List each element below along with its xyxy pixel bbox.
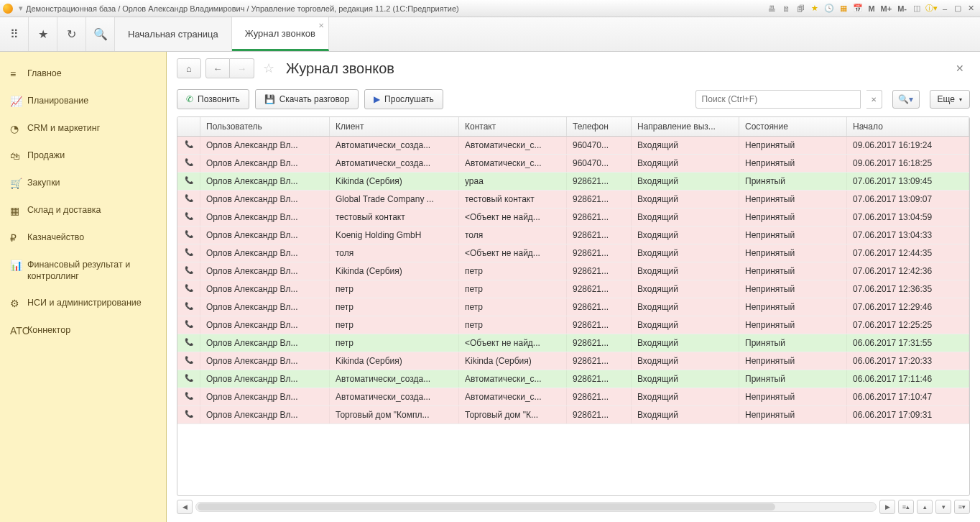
- cell-start: 09.06.2017 16:19:24: [847, 137, 969, 154]
- cell-client: Koenig Holding GmbH: [330, 226, 459, 244]
- search-field[interactable]: [702, 94, 854, 104]
- table-row[interactable]: 📞Орлов Александр Вл...Торговый дом "Комп…: [177, 406, 969, 424]
- copy-icon[interactable]: 🗐: [795, 3, 806, 14]
- lookup-button[interactable]: 🔍▾: [892, 90, 920, 109]
- call-button[interactable]: ✆ Позвонить: [177, 89, 249, 109]
- row-icon: 📞: [177, 173, 200, 190]
- search-clear-button[interactable]: ✕: [866, 90, 882, 109]
- close-button[interactable]: ✕: [964, 4, 977, 13]
- row-icon: 📞: [177, 370, 200, 388]
- col-client[interactable]: Клиент: [330, 117, 459, 136]
- cell-direction: Входящий: [632, 244, 739, 262]
- close-icon[interactable]: ✕: [318, 22, 324, 29]
- apps-icon[interactable]: ⠿: [0, 17, 29, 51]
- sidebar-item-6[interactable]: ₽Казначейство: [0, 224, 166, 252]
- tab-home[interactable]: Начальная страница: [115, 17, 232, 51]
- favorite-star-icon[interactable]: ☆: [263, 60, 277, 76]
- sidebar-item-2[interactable]: ◔CRM и маркетинг: [0, 115, 166, 142]
- cell-start: 07.06.2017 12:42:36: [847, 262, 969, 280]
- back-button[interactable]: ←: [205, 58, 230, 78]
- scroll-bottom-button[interactable]: ≡▾: [954, 500, 970, 514]
- table-row[interactable]: 📞Орлов Александр Вл...петрпетр928621...В…: [177, 298, 969, 316]
- doc-icon[interactable]: 🗎: [780, 3, 792, 14]
- hscrollbar[interactable]: [195, 502, 877, 512]
- minimize-button[interactable]: –: [938, 4, 951, 13]
- col-direction[interactable]: Направление выз...: [632, 117, 739, 136]
- cell-direction: Входящий: [632, 388, 739, 406]
- cell-direction: Входящий: [632, 137, 739, 154]
- sidebar: ≡Главное📈Планирование◔CRM и маркетинг🛍Пр…: [0, 52, 167, 522]
- sidebar-item-7[interactable]: 📊Финансовый результат и контроллинг: [0, 252, 166, 290]
- col-contact[interactable]: Контакт: [459, 117, 567, 136]
- table-row[interactable]: 📞Орлов Александр Вл...Автоматически_созд…: [177, 370, 969, 388]
- search-icon[interactable]: 🔍: [86, 17, 115, 51]
- table-row[interactable]: 📞Орлов Александр Вл...Автоматически_созд…: [177, 388, 969, 406]
- scroll-left-button[interactable]: ◀: [177, 500, 193, 514]
- history-icon[interactable]: ↻: [57, 17, 86, 51]
- calc-icon[interactable]: ▦: [838, 3, 849, 14]
- table-row[interactable]: 📞Орлов Александр Вл...петр<Объект не най…: [177, 334, 969, 352]
- cell-client: Kikinda (Сербия): [330, 262, 459, 280]
- scroll-down-button[interactable]: ▾: [935, 500, 951, 514]
- sidebar-label: Продажи: [27, 150, 65, 161]
- app-orb-icon: [3, 4, 13, 14]
- panel-icon[interactable]: ◫: [911, 3, 923, 14]
- tab-label: Журнал звонков: [245, 28, 315, 39]
- dropdown-icon[interactable]: ▾: [19, 4, 23, 13]
- sidebar-item-4[interactable]: 🛒Закупки: [0, 170, 166, 197]
- cell-direction: Входящий: [632, 370, 739, 388]
- row-icon: 📞: [177, 388, 200, 406]
- star-icon[interactable]: ★: [809, 3, 820, 14]
- table-row[interactable]: 📞Орлов Александр Вл...петрпетр928621...В…: [177, 280, 969, 298]
- mem-mminus[interactable]: M-: [895, 4, 910, 13]
- print-icon[interactable]: 🖶: [766, 3, 777, 14]
- home-button[interactable]: ⌂: [177, 58, 201, 78]
- table-row[interactable]: 📞Орлов Александр Вл...тестовый контакт<О…: [177, 209, 969, 226]
- clock-icon[interactable]: 🕓: [823, 3, 835, 14]
- col-state[interactable]: Состояние: [739, 117, 847, 136]
- search-input[interactable]: [695, 90, 861, 109]
- mem-mplus[interactable]: M+: [878, 4, 895, 13]
- info-icon[interactable]: ⓘ▾: [925, 3, 937, 14]
- scroll-right-button[interactable]: ▶: [879, 500, 895, 514]
- table-row[interactable]: 📞Орлов Александр Вл...Global Trade Compa…: [177, 191, 969, 209]
- sidebar-item-5[interactable]: ▦Склад и доставка: [0, 197, 166, 224]
- scroll-up-button[interactable]: ▴: [917, 500, 933, 514]
- more-button[interactable]: Еще ▾: [930, 90, 970, 109]
- sidebar-item-9[interactable]: ATCКоннектор: [0, 317, 166, 344]
- tab-call-log[interactable]: Журнал звонков ✕: [232, 17, 329, 51]
- cell-user: Орлов Александр Вл...: [200, 209, 330, 226]
- sidebar-item-0[interactable]: ≡Главное: [0, 60, 166, 88]
- table-row[interactable]: 📞Орлов Александр Вл...толя<Объект не най…: [177, 244, 969, 262]
- cell-client: Kikinda (Сербия): [330, 173, 459, 190]
- table-row[interactable]: 📞Орлов Александр Вл...Kikinda (Сербия)Ki…: [177, 352, 969, 370]
- sidebar-item-1[interactable]: 📈Планирование: [0, 88, 166, 115]
- close-page-button[interactable]: ✕: [950, 60, 970, 77]
- cell-user: Орлов Александр Вл...: [200, 388, 330, 406]
- forward-button[interactable]: →: [230, 58, 254, 78]
- cell-contact: Автоматически_с...: [459, 388, 567, 406]
- col-start[interactable]: Начало: [847, 117, 969, 136]
- mem-m[interactable]: M: [865, 4, 877, 13]
- listen-button[interactable]: ▶ Прослушать: [364, 89, 443, 109]
- sidebar-item-3[interactable]: 🛍Продажи: [0, 142, 166, 170]
- calendar-icon[interactable]: 📅: [852, 3, 864, 14]
- table-row[interactable]: 📞Орлов Александр Вл...Kikinda (Сербия)ур…: [177, 173, 969, 191]
- sidebar-item-8[interactable]: ⚙НСИ и администрирование: [0, 290, 166, 317]
- table-row[interactable]: 📞Орлов Александр Вл...Автоматически_созд…: [177, 137, 969, 155]
- table-row[interactable]: 📞Орлов Александр Вл...Kikinda (Сербия)пе…: [177, 262, 969, 280]
- download-button[interactable]: 💾 Скачать разговор: [255, 89, 359, 109]
- scroll-top-button[interactable]: ≡▴: [898, 500, 914, 514]
- cell-user: Орлов Александр Вл...: [200, 406, 330, 423]
- row-icon: 📞: [177, 155, 200, 172]
- table-row[interactable]: 📞Орлов Александр Вл...Koenig Holding Gmb…: [177, 226, 969, 244]
- cell-state: Непринятый: [739, 209, 847, 226]
- favorite-icon[interactable]: ★: [29, 17, 57, 51]
- col-icon[interactable]: [177, 117, 200, 136]
- table-body[interactable]: 📞Орлов Александр Вл...Автоматически_созд…: [177, 137, 969, 495]
- col-phone[interactable]: Телефон: [567, 117, 632, 136]
- table-row[interactable]: 📞Орлов Александр Вл...петрпетр928621...В…: [177, 316, 969, 334]
- maximize-button[interactable]: ▢: [951, 4, 964, 13]
- table-row[interactable]: 📞Орлов Александр Вл...Автоматически_созд…: [177, 155, 969, 173]
- col-user[interactable]: Пользователь: [200, 117, 330, 136]
